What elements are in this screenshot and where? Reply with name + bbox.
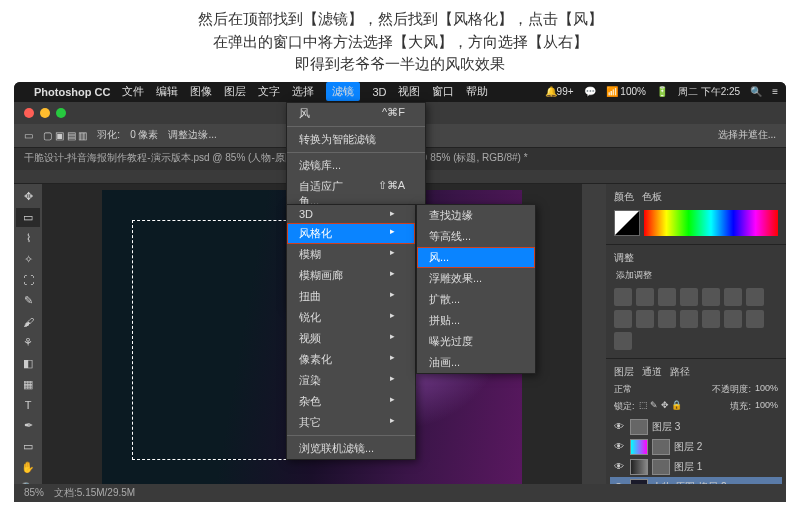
marquee-mode-icons[interactable]: ▢ ▣ ▤ ▥ — [43, 130, 87, 141]
lasso-tool[interactable]: ⌇ — [16, 229, 40, 248]
mi-distort[interactable]: 扭曲 — [287, 286, 415, 307]
hand-tool[interactable]: ✋ — [16, 458, 40, 477]
adj-gradient-map-icon[interactable] — [746, 310, 764, 328]
clock[interactable]: 周二 下午2:25 — [678, 85, 740, 99]
refine-edge-button[interactable]: 调整边缘... — [168, 128, 216, 142]
foreground-background-swatch[interactable] — [614, 210, 640, 236]
mask-thumbnail[interactable] — [652, 439, 670, 455]
pen-tool[interactable]: ✒ — [16, 416, 40, 435]
notification-badge[interactable]: 🔔99+ — [545, 86, 574, 97]
search-icon[interactable]: 🔍 — [750, 86, 762, 97]
mi-3d[interactable]: 3D — [287, 205, 415, 223]
mi-trace-contour[interactable]: 等高线... — [417, 226, 535, 247]
lock-icons[interactable]: ⬚ ✎ ✥ 🔒 — [639, 400, 683, 413]
mi-last-filter[interactable]: 风^⌘F — [287, 103, 425, 124]
menu-filter[interactable]: 滤镜 — [326, 82, 360, 101]
adj-selective-color-icon[interactable] — [614, 332, 632, 350]
feather-value[interactable]: 0 像素 — [130, 128, 158, 142]
layer-name[interactable]: 图层 2 — [674, 440, 702, 454]
gradient-tool[interactable]: ▦ — [16, 375, 40, 394]
menu-help[interactable]: 帮助 — [466, 84, 488, 99]
layer-thumbnail[interactable] — [630, 459, 648, 475]
eraser-tool[interactable]: ◧ — [16, 354, 40, 373]
menu-view[interactable]: 视图 — [398, 84, 420, 99]
mi-diffuse[interactable]: 扩散... — [417, 289, 535, 310]
menu-type[interactable]: 文字 — [258, 84, 280, 99]
menu-window[interactable]: 窗口 — [432, 84, 454, 99]
adj-color-lookup-icon[interactable] — [658, 310, 676, 328]
brush-tool[interactable]: 🖌 — [16, 312, 40, 331]
eyedropper-tool[interactable]: ✎ — [16, 291, 40, 310]
select-and-mask-button[interactable]: 选择并遮住... — [718, 128, 776, 142]
mi-pixelate[interactable]: 像素化 — [287, 349, 415, 370]
marquee-tool[interactable]: ▭ — [16, 208, 40, 227]
adj-invert-icon[interactable] — [680, 310, 698, 328]
collapsed-panels[interactable] — [582, 184, 606, 502]
mi-solarize[interactable]: 曝光过度 — [417, 331, 535, 352]
adj-vibrance-icon[interactable] — [702, 288, 720, 306]
adjustments-tab[interactable]: 调整 — [614, 251, 634, 265]
wechat-icon[interactable]: 💬 — [584, 86, 596, 97]
document-size[interactable]: 文档:5.15M/29.5M — [54, 486, 135, 500]
mi-render[interactable]: 渲染 — [287, 370, 415, 391]
menu-image[interactable]: 图像 — [190, 84, 212, 99]
paths-tab[interactable]: 路径 — [670, 365, 690, 379]
zoom-level[interactable]: 85% — [24, 487, 44, 498]
mi-filter-gallery[interactable]: 滤镜库... — [287, 155, 425, 176]
fill-value[interactable]: 100% — [755, 400, 778, 413]
mi-emboss[interactable]: 浮雕效果... — [417, 268, 535, 289]
swatches-tab[interactable]: 色板 — [642, 190, 662, 204]
mi-oil-paint[interactable]: 油画... — [417, 352, 535, 373]
layer-name[interactable]: 图层 3 — [652, 420, 680, 434]
app-name[interactable]: Photoshop CC — [34, 86, 110, 98]
layer-thumbnail[interactable] — [630, 439, 648, 455]
move-tool[interactable]: ✥ — [16, 188, 40, 207]
color-tab[interactable]: 颜色 — [614, 190, 634, 204]
blend-mode-select[interactable]: 正常 — [614, 383, 632, 396]
shape-tool[interactable]: ▭ — [16, 437, 40, 456]
type-tool[interactable]: T — [16, 395, 40, 414]
mi-browse-online[interactable]: 浏览联机滤镜... — [287, 438, 415, 459]
menu-icon[interactable]: ≡ — [772, 86, 778, 97]
mi-noise[interactable]: 杂色 — [287, 391, 415, 412]
visibility-icon[interactable]: 👁 — [614, 461, 626, 472]
adj-posterize-icon[interactable] — [702, 310, 720, 328]
channels-tab[interactable]: 通道 — [642, 365, 662, 379]
menu-3d[interactable]: 3D — [372, 86, 386, 98]
mi-stylize[interactable]: 风格化 — [287, 223, 415, 244]
layer-row[interactable]: 👁图层 3 — [610, 417, 782, 437]
tool-preset[interactable]: ▭ — [24, 130, 33, 141]
magic-wand-tool[interactable]: ✧ — [16, 250, 40, 269]
adj-brightness-icon[interactable] — [614, 288, 632, 306]
adj-curves-icon[interactable] — [658, 288, 676, 306]
opacity-value[interactable]: 100% — [755, 383, 778, 396]
close-button[interactable] — [24, 108, 34, 118]
menu-file[interactable]: 文件 — [122, 84, 144, 99]
mi-sharpen[interactable]: 锐化 — [287, 307, 415, 328]
menu-edit[interactable]: 编辑 — [156, 84, 178, 99]
clone-stamp-tool[interactable]: ⚘ — [16, 333, 40, 352]
visibility-icon[interactable]: 👁 — [614, 441, 626, 452]
adj-threshold-icon[interactable] — [724, 310, 742, 328]
maximize-button[interactable] — [56, 108, 66, 118]
layer-name[interactable]: 图层 1 — [674, 460, 702, 474]
adj-channel-mixer-icon[interactable] — [636, 310, 654, 328]
wifi-icon[interactable]: 📶 100% — [606, 86, 646, 97]
mi-blur[interactable]: 模糊 — [287, 244, 415, 265]
mi-find-edges[interactable]: 查找边缘 — [417, 205, 535, 226]
menu-select[interactable]: 选择 — [292, 84, 314, 99]
layer-thumbnail[interactable] — [630, 419, 648, 435]
adj-exposure-icon[interactable] — [680, 288, 698, 306]
mi-other[interactable]: 其它 — [287, 412, 415, 433]
color-spectrum[interactable] — [644, 210, 778, 236]
mi-tiles[interactable]: 拼贴... — [417, 310, 535, 331]
mi-video[interactable]: 视频 — [287, 328, 415, 349]
battery-icon[interactable]: 🔋 — [656, 86, 668, 97]
adj-levels-icon[interactable] — [636, 288, 654, 306]
layer-row[interactable]: 👁图层 1 — [610, 457, 782, 477]
adj-photo-filter-icon[interactable] — [614, 310, 632, 328]
mask-thumbnail[interactable] — [652, 459, 670, 475]
layer-row[interactable]: 👁图层 2 — [610, 437, 782, 457]
mi-smart-filter[interactable]: 转换为智能滤镜 — [287, 129, 425, 150]
layers-tab[interactable]: 图层 — [614, 365, 634, 379]
